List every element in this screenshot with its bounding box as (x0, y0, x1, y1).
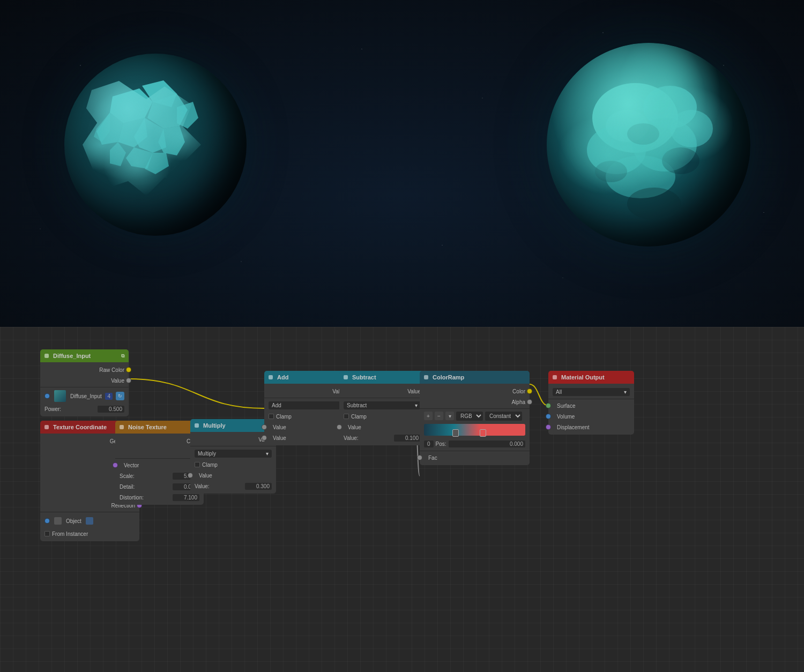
node-texcoord-obj-picker[interactable] (86, 517, 93, 525)
node-colorramp-fac-row: Fac (420, 452, 530, 463)
node-diffuse-body: Raw Color Value Diffuse_Input 4 ↻ Power:… (40, 362, 129, 416)
node-colorramp-color-row: Color (420, 386, 530, 397)
node-add-clamp-row: Clamp (264, 411, 350, 422)
socket-matout-displacement[interactable] (546, 424, 551, 430)
node-subtract[interactable]: Subtract Value Subtract ▾ Clamp Value (339, 371, 425, 445)
node-multiply-clamp-row: Clamp (190, 459, 276, 470)
svg-marker-10 (110, 142, 126, 166)
socket-colorramp-fac[interactable] (417, 455, 422, 460)
node-noise-title: Noise Texture (128, 424, 167, 430)
colorramp-stop-2[interactable] (480, 429, 486, 437)
node-subtract-title: Subtract (352, 374, 376, 380)
node-add[interactable]: Add Value Add ▾ Clamp Value (264, 371, 350, 445)
checkbox-subtract-clamp[interactable] (344, 414, 349, 419)
node-texcoord-frominstancer-row: From Instancer (40, 528, 139, 539)
node-noise-distortion-value[interactable]: 7.100 (173, 494, 199, 501)
node-diffuse-input[interactable]: Diffuse_Input ⧉ Raw Color Value Diffuse_… (40, 349, 129, 416)
node-matout-all-row: All ▾ (548, 386, 634, 398)
node-add-value1-label: Value (273, 424, 286, 430)
node-add-body: Value Add ▾ Clamp Value Value (264, 384, 350, 445)
node-add-dot (269, 375, 273, 379)
svg-marker-3 (147, 94, 188, 129)
socket-colorramp-color[interactable] (527, 389, 532, 394)
node-subtract-out-row: Value (339, 386, 425, 397)
node-colorramp-body: Color Alpha + − ▾ RGB Constant (420, 384, 530, 465)
checkbox-add-clamp[interactable] (269, 414, 274, 419)
node-colorramp-pos-value[interactable]: 0.000 (449, 440, 525, 447)
node-diffuse-rawcolor-row: Raw Color (40, 364, 129, 375)
svg-point-24 (627, 188, 681, 220)
node-diffuse-thumbnail (54, 390, 66, 402)
node-diffuse-rawcolor-label: Raw Color (99, 367, 124, 373)
socket-add-value2[interactable] (262, 435, 267, 440)
socket-subtract-value1[interactable] (337, 424, 342, 430)
svg-marker-7 (158, 126, 185, 155)
node-subtract-value-field[interactable]: 0.100 (394, 435, 421, 442)
socket-texcoord-obj-left[interactable] (44, 518, 50, 524)
svg-point-15 (643, 86, 697, 129)
node-matout-volume-row: Volume (548, 411, 634, 422)
socket-multiply-value1[interactable] (188, 473, 193, 478)
node-subtract-value1-label: Value (348, 424, 361, 430)
node-diffuse-refresh-btn[interactable]: ↻ (116, 392, 124, 400)
svg-point-13 (547, 43, 750, 247)
node-multiply-dropdown[interactable]: Multiply ▾ (195, 450, 272, 458)
svg-point-17 (632, 118, 697, 171)
socket-diffuse-value[interactable] (126, 378, 131, 383)
svg-marker-2 (142, 80, 177, 107)
svg-marker-4 (96, 113, 123, 145)
node-colorramp-add-btn[interactable]: + (424, 412, 433, 420)
node-multiply[interactable]: Multiply Value Multiply ▾ Clamp Value (190, 419, 276, 494)
svg-point-19 (670, 110, 713, 147)
viewport-3d (0, 0, 804, 327)
colorramp-stop-1[interactable] (452, 429, 459, 437)
node-texcoord-object-label: Object (66, 518, 81, 524)
node-matout-all-dropdown[interactable]: All ▾ (553, 388, 630, 396)
node-material-output[interactable]: Material Output All ▾ Surface Volume Dis… (548, 371, 634, 435)
node-matout-displacement-label: Displacement (557, 424, 590, 430)
node-noise-dot (120, 425, 124, 429)
node-diffuse-value-label: Value (111, 378, 124, 384)
socket-matout-surface[interactable] (546, 403, 551, 408)
node-subtract-dropdown[interactable]: Subtract ▾ (344, 401, 421, 409)
node-editor[interactable]: Diffuse_Input ⧉ Raw Color Value Diffuse_… (0, 327, 804, 672)
node-colorramp-pos-number[interactable]: 0 (424, 440, 434, 447)
node-subtract-clamp-row: Clamp (339, 411, 425, 422)
svg-marker-1 (110, 88, 153, 123)
planet-left (64, 54, 247, 236)
node-noise-vector-label: Vector (124, 462, 139, 468)
node-multiply-value-field-row: Value: 0.300 (190, 481, 276, 491)
node-colorramp-controls: + − ▾ RGB Constant (420, 410, 530, 422)
node-multiply-value-field-label: Value: (195, 483, 210, 489)
node-colorramp-bar[interactable] (424, 424, 525, 436)
node-texcoord-obj-icon (54, 517, 62, 525)
node-colorramp-remove-btn[interactable]: − (435, 412, 443, 420)
node-colorramp-constant-select[interactable]: Constant (485, 412, 522, 421)
node-matout-surface-row: Surface (548, 400, 634, 411)
socket-noise-vector[interactable] (113, 462, 118, 468)
socket-matout-volume[interactable] (546, 414, 551, 419)
node-add-dropdown[interactable]: Add ▾ (269, 401, 346, 409)
node-multiply-value-in-row: Value (190, 470, 276, 481)
node-subtract-value1-row: Value (339, 422, 425, 432)
node-diffuse-icon: ⧉ (121, 353, 124, 359)
checkbox-frominstancer[interactable] (44, 531, 50, 536)
node-matout-body: All ▾ Surface Volume Displacement (548, 384, 634, 435)
node-add-out-row: Value (264, 386, 350, 397)
node-diffuse-power-value[interactable]: 0.500 (98, 406, 124, 413)
socket-colorramp-alpha[interactable] (527, 399, 532, 405)
node-subtract-dropdown-row: Subtract ▾ (339, 399, 425, 411)
node-colorramp[interactable]: ColorRamp Color Alpha + − ▾ RGB Cons (420, 371, 530, 465)
node-multiply-dropdown-row: Multiply ▾ (190, 447, 276, 459)
node-multiply-value-field[interactable]: 0.300 (245, 483, 272, 490)
node-multiply-title: Multiply (203, 422, 226, 429)
socket-add-value1[interactable] (262, 424, 267, 430)
svg-point-23 (595, 161, 627, 182)
socket-diffuse-img-left[interactable] (44, 393, 50, 399)
node-multiply-value-in-label: Value (199, 473, 212, 479)
node-colorramp-menu-btn[interactable]: ▾ (445, 412, 454, 420)
socket-diffuse-rawcolor[interactable] (126, 367, 131, 372)
checkbox-multiply-clamp[interactable] (195, 462, 200, 467)
node-texcoord-object-row: Object (40, 513, 139, 528)
node-colorramp-rgb-select[interactable]: RGB (456, 412, 483, 421)
